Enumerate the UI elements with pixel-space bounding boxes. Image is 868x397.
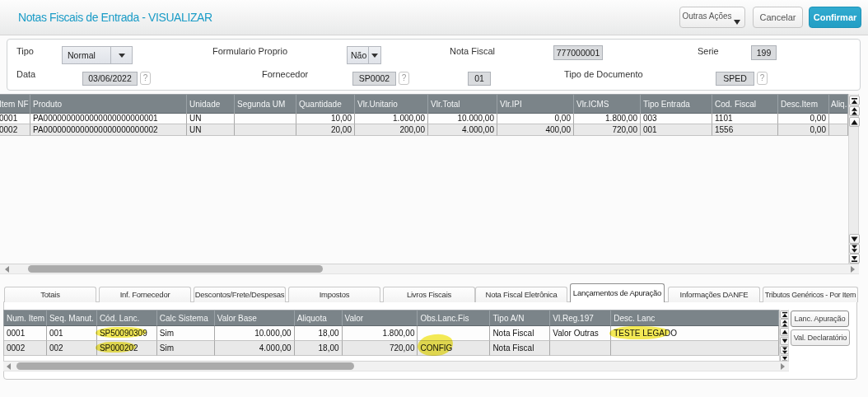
apuracao-grid-row[interactable]: 0002 002 SP000202 Sim 4.000,00 18,00 720… <box>3 341 779 356</box>
cell-seq-manut: 002 <box>47 341 97 356</box>
column-header[interactable]: Valor <box>343 311 418 326</box>
column-header[interactable]: Valor Base <box>215 311 295 326</box>
column-header[interactable]: Obs.Lanc.Fis <box>418 311 490 326</box>
tab-nota-fiscal-eletronica[interactable]: Nota Fiscal Eletrônica <box>475 287 567 302</box>
scroll-bottom-icon[interactable] <box>780 355 789 361</box>
column-header[interactable]: Aliq. IPI <box>829 95 848 114</box>
column-header[interactable]: Segunda UM <box>235 95 296 114</box>
column-header[interactable]: Calc Sistema <box>157 311 215 326</box>
column-header[interactable]: Vl.Reg.197 <box>550 311 611 326</box>
chevron-down-icon <box>734 20 740 25</box>
cell-vlr-unitario: 1.000,00 <box>355 113 428 124</box>
lanc-apuracao-button[interactable]: Lanc. Apuração <box>791 311 849 327</box>
scroll-page-up-icon[interactable] <box>849 106 860 116</box>
tab-impostos[interactable]: Impostos <box>288 287 380 302</box>
cell-cod-fiscal: 1556 <box>712 124 778 136</box>
confirmar-button[interactable]: Confirmar <box>809 7 861 28</box>
items-grid-row[interactable]: 0001 PA0000000000000000000000001 UN 10,0… <box>0 113 848 124</box>
column-header[interactable]: Tipo Entrada <box>641 95 712 114</box>
column-header[interactable]: Item NF <box>0 95 30 114</box>
items-grid-hscroll-thumb[interactable] <box>28 265 323 273</box>
cell-valor: 1.800,00 <box>343 326 418 341</box>
cancelar-button[interactable]: Cancelar <box>753 7 803 28</box>
nota-fiscal-label: Nota Fiscal <box>450 46 495 56</box>
top-bar: Notas Fiscais de Entrada - VISUALIZAR Ou… <box>0 0 868 35</box>
fornecedor-help-button[interactable]: ? <box>399 72 409 85</box>
tab-livros-fiscais[interactable]: Livros Fiscais <box>383 287 475 302</box>
scroll-bottom-icon[interactable] <box>849 254 860 264</box>
scroll-top-icon[interactable] <box>849 96 860 105</box>
apuracao-grid-row[interactable]: 0001 001 SP50090309 Sim 10.000,00 18,00 … <box>3 326 779 341</box>
column-header[interactable]: Produto <box>30 95 187 114</box>
nota-fiscal-input[interactable]: 777000001 <box>553 45 603 60</box>
cell-obs-lanc-fis: CONFIG <box>418 341 490 356</box>
tab-inf-fornecedor[interactable]: Inf. Fornecedor <box>99 287 191 302</box>
items-grid-hscrollbar[interactable] <box>0 264 859 274</box>
column-header[interactable]: Cod. Fiscal <box>712 95 778 114</box>
column-header[interactable]: Vlr.ICMS <box>574 95 641 114</box>
scroll-page-up-icon[interactable] <box>780 319 789 327</box>
cell-valor-base: 4.000,00 <box>215 341 295 356</box>
column-header[interactable]: Vlr.Total <box>428 95 497 114</box>
items-grid-vscrollbar[interactable] <box>848 94 859 264</box>
tab-totais[interactable]: Totais <box>4 287 96 302</box>
items-grid-row[interactable]: 0002 PA0000000000000000000000002 UN 20,0… <box>0 124 848 136</box>
apuracao-grid-hscroll-thumb[interactable] <box>16 362 354 370</box>
cell-item-nf: 0001 <box>0 113 30 124</box>
tab-informacoes-danfe[interactable]: Informações DANFE <box>668 287 760 302</box>
column-header[interactable]: Cód. Lanc. <box>97 311 157 326</box>
scroll-top-icon[interactable] <box>780 311 789 319</box>
column-header[interactable]: Seq. Manut. <box>47 311 97 326</box>
data-help-button[interactable]: ? <box>140 72 151 85</box>
tipo-documento-label: Tipo de Documento <box>564 69 643 79</box>
dropdown-arrow-icon <box>368 47 380 63</box>
column-header[interactable]: Desc.Item <box>778 95 829 114</box>
column-header[interactable]: Vlr.Unitario <box>355 95 428 114</box>
column-header[interactable]: Quantidade <box>296 95 355 114</box>
scroll-up-icon[interactable] <box>780 328 789 336</box>
data-input[interactable]: 03/06/2022 <box>82 72 138 86</box>
data-label: Data <box>16 69 35 79</box>
tab-strip: Totais Inf. Fornecedor Descontos/Frete/D… <box>4 283 861 301</box>
items-grid-header-row: Item NF Produto Unidade Segunda UM Quant… <box>0 94 848 113</box>
column-header[interactable]: Aliquota <box>295 311 343 326</box>
fornecedor-input[interactable]: SP0002 <box>352 72 396 86</box>
column-header[interactable]: Tipo A/N <box>490 311 550 326</box>
apuracao-grid-hscrollbar[interactable] <box>3 361 789 371</box>
cell-desc-lanc <box>611 341 779 356</box>
tipo-select[interactable]: Normal <box>62 46 133 64</box>
scroll-up-icon[interactable] <box>849 117 860 127</box>
apuracao-grid-vscrollbar[interactable] <box>779 310 789 361</box>
cell-item-nf: 0002 <box>0 124 30 136</box>
cell-tipo-entrada: 003 <box>641 113 712 124</box>
scroll-right-icon[interactable] <box>851 266 855 273</box>
val-declaratorio-button[interactable]: Val. Declaratório <box>791 329 850 346</box>
page-title: Notas Fiscais de Entrada - VISUALIZAR <box>18 11 212 24</box>
scroll-page-down-icon[interactable] <box>849 244 860 254</box>
tipo-documento-input[interactable]: SPED <box>716 72 754 86</box>
tab-lancamentos-de-apuracao[interactable]: Lançamentos de Apuração <box>570 283 665 302</box>
scroll-page-down-icon[interactable] <box>780 346 789 354</box>
tipo-documento-help-button[interactable]: ? <box>757 72 768 85</box>
cell-vlr-icms: 1.800,00 <box>574 113 641 124</box>
formulario-proprio-select[interactable]: Não <box>347 46 381 64</box>
column-header[interactable]: Vlr.IPI <box>497 95 574 114</box>
scroll-down-icon[interactable] <box>849 234 860 244</box>
tipo-label: Tipo <box>16 46 34 56</box>
column-header[interactable]: Num. Item <box>4 311 47 326</box>
scroll-left-icon[interactable] <box>5 266 9 273</box>
cell-aliquota: 18,00 <box>295 341 343 356</box>
outras-acoes-button[interactable]: Outras Ações <box>679 7 745 28</box>
tab-tributos-genericos-por-item[interactable]: Tributos Genéricos - Por Item <box>763 287 858 302</box>
serie-input[interactable]: 199 <box>751 45 777 60</box>
scroll-left-icon[interactable] <box>7 363 11 370</box>
cell-quantidade: 20,00 <box>296 124 355 136</box>
scroll-down-icon[interactable] <box>780 337 789 345</box>
tab-descontos-frete-despesas[interactable]: Descontos/Frete/Despesas <box>194 287 286 302</box>
cell-cod-lanc: SP000202 <box>97 341 157 356</box>
scroll-right-icon[interactable] <box>781 363 785 370</box>
column-header[interactable]: Desc. Lanc <box>611 311 779 326</box>
loja-input[interactable]: 01 <box>468 72 491 86</box>
column-header[interactable]: Unidade <box>187 95 235 114</box>
cell-num-item: 0002 <box>4 341 47 356</box>
